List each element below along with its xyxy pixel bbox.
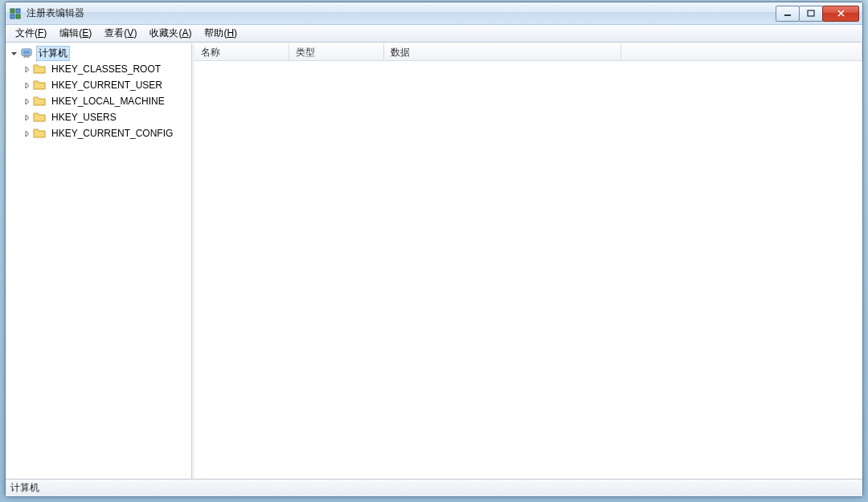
- expand-icon[interactable]: [22, 112, 31, 122]
- tree-root-label: 计算机: [36, 46, 70, 61]
- column-data[interactable]: 数据: [384, 43, 621, 60]
- expand-icon[interactable]: [22, 129, 31, 138]
- regedit-icon: [9, 7, 22, 20]
- expand-icon[interactable]: [22, 80, 31, 90]
- folder-icon: [33, 79, 46, 92]
- tree-hkey-current-config[interactable]: HKEY_CURRENT_CONFIG: [6, 125, 191, 141]
- collapse-icon[interactable]: [9, 48, 18, 58]
- tree-hkey-users[interactable]: HKEY_USERS: [6, 109, 191, 125]
- tree-node-label: HKEY_CLASSES_ROOT: [49, 63, 163, 75]
- list-body[interactable]: [194, 61, 862, 479]
- registry-editor-window: 注册表编辑器 文件(F) 编辑(E) 查看(V) 收藏夹(A) 帮助(H: [5, 2, 863, 497]
- content-area: 计算机 HKEY_CLASSES_ROOT: [6, 43, 862, 479]
- minimize-button[interactable]: [776, 6, 800, 22]
- column-type[interactable]: 类型: [289, 43, 384, 60]
- svg-rect-5: [808, 10, 814, 16]
- menu-help[interactable]: 帮助(H): [198, 25, 244, 42]
- tree-node-label: HKEY_CURRENT_USER: [49, 80, 165, 91]
- svg-rect-3: [16, 14, 20, 18]
- window-title: 注册表编辑器: [27, 6, 776, 20]
- menubar: 文件(F) 编辑(E) 查看(V) 收藏夹(A) 帮助(H): [6, 25, 862, 43]
- svg-rect-2: [10, 14, 14, 18]
- menu-file[interactable]: 文件(F): [9, 25, 53, 42]
- maximize-button[interactable]: [799, 6, 823, 22]
- menu-edit[interactable]: 编辑(E): [53, 25, 98, 42]
- folder-icon: [33, 127, 46, 140]
- titlebar: 注册表编辑器: [6, 2, 862, 25]
- svg-rect-0: [10, 9, 14, 13]
- expand-icon[interactable]: [22, 64, 31, 74]
- list-header: 名称 类型 数据: [194, 43, 862, 61]
- tree-node-label: HKEY_LOCAL_MACHINE: [49, 96, 167, 107]
- column-spacer[interactable]: [621, 43, 862, 60]
- tree-children: HKEY_CLASSES_ROOT HKEY_CURRENT_USER: [6, 61, 191, 141]
- column-name[interactable]: 名称: [194, 43, 289, 60]
- close-button[interactable]: [822, 6, 859, 22]
- status-path: 计算机: [10, 481, 39, 495]
- folder-icon: [33, 63, 46, 76]
- tree-hkey-local-machine[interactable]: HKEY_LOCAL_MACHINE: [6, 93, 191, 109]
- list-pane: 名称 类型 数据: [194, 43, 862, 479]
- svg-rect-1: [16, 9, 20, 13]
- folder-icon: [33, 111, 46, 124]
- computer-icon: [20, 47, 33, 59]
- tree-hkey-current-user[interactable]: HKEY_CURRENT_USER: [6, 77, 191, 93]
- tree-pane[interactable]: 计算机 HKEY_CLASSES_ROOT: [6, 43, 192, 479]
- folder-icon: [33, 95, 46, 108]
- menu-favorites[interactable]: 收藏夹(A): [143, 25, 198, 42]
- svg-rect-4: [784, 14, 791, 16]
- tree-node-label: HKEY_CURRENT_CONFIG: [49, 128, 175, 139]
- menu-view[interactable]: 查看(V): [98, 25, 143, 42]
- svg-rect-8: [24, 55, 29, 57]
- window-controls: [776, 6, 859, 22]
- tree-hkey-classes-root[interactable]: HKEY_CLASSES_ROOT: [6, 61, 191, 77]
- expand-icon[interactable]: [22, 96, 31, 106]
- svg-rect-7: [23, 51, 31, 55]
- tree-node-label: HKEY_USERS: [49, 112, 119, 123]
- statusbar: 计算机: [6, 479, 862, 496]
- tree-root-computer[interactable]: 计算机: [6, 45, 191, 61]
